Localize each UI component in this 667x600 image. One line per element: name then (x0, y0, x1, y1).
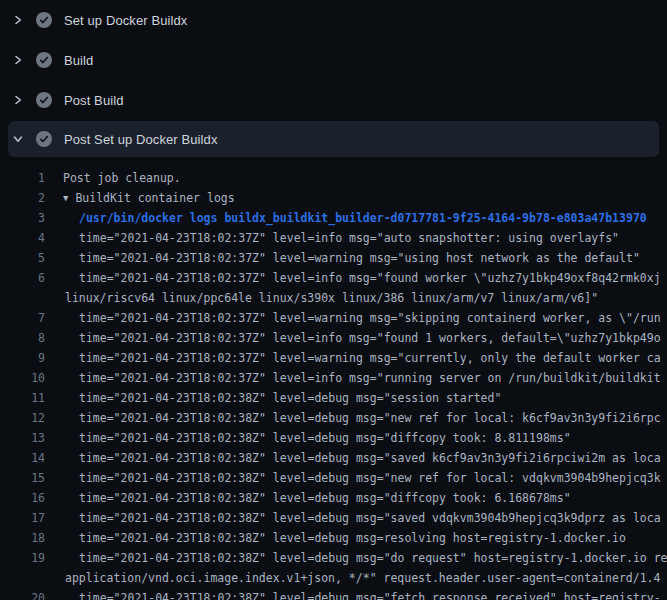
line-number[interactable]: 18 (0, 528, 45, 548)
section-title: Post Set up Docker Buildx (64, 132, 218, 147)
log-line: 17 time="2021-04-23T18:02:38Z" level=deb… (0, 508, 667, 528)
log-text: time="2021-04-23T18:02:37Z" level=info m… (79, 271, 661, 285)
log-line: 5 time="2021-04-23T18:02:37Z" level=warn… (0, 248, 667, 268)
log-line: 15 time="2021-04-23T18:02:38Z" level=deb… (0, 468, 667, 488)
section-title: Build (64, 53, 93, 68)
line-number[interactable]: 8 (0, 328, 45, 348)
log-text: Post job cleanup. (63, 171, 181, 185)
line-number[interactable]: 3 (0, 208, 45, 228)
check-circle-icon (36, 92, 52, 108)
line-number[interactable]: 14 (0, 448, 45, 468)
log-line: 3 /usr/bin/docker logs buildx_buildkit_b… (0, 208, 667, 228)
log-line: 14 time="2021-04-23T18:02:38Z" level=deb… (0, 448, 667, 468)
section-row-1[interactable]: Build (0, 40, 667, 80)
section-row-0[interactable]: Set up Docker Buildx (0, 0, 667, 40)
line-number[interactable]: 2 (0, 188, 45, 208)
log-line: 8 time="2021-04-23T18:02:37Z" level=info… (0, 328, 667, 348)
log-text: time="2021-04-23T18:02:38Z" level=debug … (79, 391, 501, 405)
chevron-right-icon (12, 54, 24, 66)
line-number[interactable]: 17 (0, 508, 45, 528)
log-line: 16 time="2021-04-23T18:02:38Z" level=deb… (0, 488, 667, 508)
log-text: time="2021-04-23T18:02:37Z" level=info m… (79, 331, 661, 345)
log-text: time="2021-04-23T18:02:37Z" level=info m… (79, 371, 661, 385)
line-number[interactable]: 4 (0, 228, 45, 248)
line-number[interactable]: 19 (0, 548, 45, 568)
line-number[interactable]: 10 (0, 368, 45, 388)
check-circle-icon (36, 12, 52, 28)
log-text: time="2021-04-23T18:02:38Z" level=debug … (79, 591, 661, 600)
section-title: Set up Docker Buildx (64, 13, 187, 28)
collapse-triangle-icon[interactable]: ▼ (63, 188, 68, 208)
line-number[interactable]: 20 (0, 588, 45, 600)
log-text: application/vnd.oci.image.index.v1+json,… (65, 571, 660, 585)
log-line: 6 time="2021-04-23T18:02:37Z" level=info… (0, 268, 667, 288)
log-text: time="2021-04-23T18:02:38Z" level=debug … (79, 491, 571, 505)
log-line: 13 time="2021-04-23T18:02:38Z" level=deb… (0, 428, 667, 448)
log-line: 19 time="2021-04-23T18:02:38Z" level=deb… (0, 548, 667, 568)
line-number[interactable]: 1 (0, 168, 45, 188)
log-line: 7 time="2021-04-23T18:02:37Z" level=warn… (0, 308, 667, 328)
line-number[interactable] (0, 288, 45, 308)
log-viewer: 1 Post job cleanup. 2 ▼BuildKit containe… (0, 157, 667, 600)
log-text: time="2021-04-23T18:02:38Z" level=debug … (79, 411, 661, 425)
log-text: time="2021-04-23T18:02:38Z" level=debug … (79, 511, 661, 525)
log-text: /usr/bin/docker logs buildx_buildkit_bui… (79, 211, 647, 225)
log-line: application/vnd.oci.image.index.v1+json,… (0, 568, 667, 588)
section-row-3[interactable]: Post Set up Docker Buildx (8, 121, 659, 157)
workflow-steps-list: Set up Docker Buildx Build Post Build (0, 0, 667, 157)
check-circle-icon (36, 131, 52, 147)
log-line: 20 time="2021-04-23T18:02:38Z" level=deb… (0, 588, 667, 600)
log-line: 11 time="2021-04-23T18:02:38Z" level=deb… (0, 388, 667, 408)
log-text: time="2021-04-23T18:02:38Z" level=debug … (79, 451, 661, 465)
chevron-down-icon (12, 133, 24, 145)
line-number[interactable]: 5 (0, 248, 45, 268)
log-text: time="2021-04-23T18:02:37Z" level=warnin… (79, 251, 640, 265)
log-line: 9 time="2021-04-23T18:02:37Z" level=warn… (0, 348, 667, 368)
log-text: time="2021-04-23T18:02:37Z" level=warnin… (79, 351, 661, 365)
line-number[interactable]: 7 (0, 308, 45, 328)
line-number[interactable]: 13 (0, 428, 45, 448)
log-text: time="2021-04-23T18:02:38Z" level=debug … (79, 551, 667, 565)
log-text: linux/riscv64 linux/ppc64le linux/s390x … (65, 291, 598, 305)
log-line: 12 time="2021-04-23T18:02:38Z" level=deb… (0, 408, 667, 428)
check-circle-icon (36, 52, 52, 68)
line-number[interactable]: 15 (0, 468, 45, 488)
log-line: 1 Post job cleanup. (0, 168, 667, 188)
line-number[interactable]: 6 (0, 268, 45, 288)
log-text: time="2021-04-23T18:02:37Z" level=warnin… (79, 311, 661, 325)
line-number[interactable]: 11 (0, 388, 45, 408)
line-number[interactable] (0, 568, 45, 588)
log-text: time="2021-04-23T18:02:38Z" level=debug … (79, 531, 626, 545)
log-text: time="2021-04-23T18:02:38Z" level=debug … (79, 431, 571, 445)
line-number[interactable]: 16 (0, 488, 45, 508)
log-line: 4 time="2021-04-23T18:02:37Z" level=info… (0, 228, 667, 248)
log-line: linux/riscv64 linux/ppc64le linux/s390x … (0, 288, 667, 308)
line-number[interactable]: 9 (0, 348, 45, 368)
log-text: time="2021-04-23T18:02:38Z" level=debug … (79, 471, 661, 485)
log-text: BuildKit container logs (75, 191, 234, 205)
log-line: 2 ▼BuildKit container logs (0, 188, 667, 208)
section-row-2[interactable]: Post Build (0, 80, 667, 120)
section-title: Post Build (64, 93, 124, 108)
log-line: 10 time="2021-04-23T18:02:37Z" level=inf… (0, 368, 667, 388)
line-number[interactable]: 12 (0, 408, 45, 428)
chevron-right-icon (12, 14, 24, 26)
log-text: time="2021-04-23T18:02:37Z" level=info m… (79, 231, 619, 245)
log-line: 18 time="2021-04-23T18:02:38Z" level=deb… (0, 528, 667, 548)
chevron-right-icon (12, 94, 24, 106)
